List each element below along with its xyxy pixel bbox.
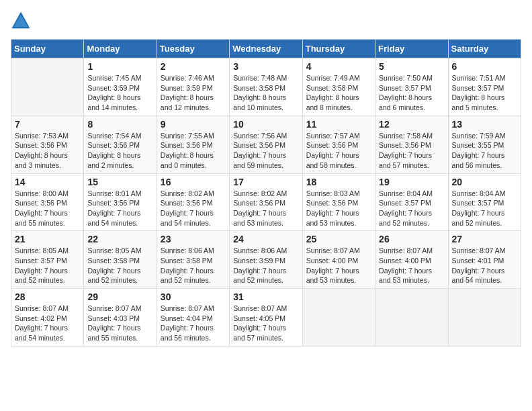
calendar-cell: 31Sunrise: 8:07 AMSunset: 4:05 PMDayligh… xyxy=(230,289,302,347)
day-info: Sunrise: 7:54 AMSunset: 3:56 PMDaylight:… xyxy=(87,131,152,171)
calendar-cell: 28Sunrise: 8:07 AMSunset: 4:02 PMDayligh… xyxy=(11,289,84,347)
day-info: Sunrise: 8:01 AMSunset: 3:56 PMDaylight:… xyxy=(87,189,152,228)
day-of-week-header: Thursday xyxy=(302,40,375,58)
day-info: Sunrise: 7:56 AMSunset: 3:56 PMDaylight:… xyxy=(233,131,298,171)
day-number: 28 xyxy=(15,291,80,302)
calendar-week-row: 14Sunrise: 8:00 AMSunset: 3:56 PMDayligh… xyxy=(11,173,521,231)
day-info: Sunrise: 8:02 AMSunset: 3:56 PMDaylight:… xyxy=(161,189,226,228)
calendar-cell: 29Sunrise: 8:07 AMSunset: 4:03 PMDayligh… xyxy=(84,289,157,347)
calendar-cell: 21Sunrise: 8:05 AMSunset: 3:57 PMDayligh… xyxy=(11,231,84,289)
calendar-cell: 20Sunrise: 8:04 AMSunset: 3:57 PMDayligh… xyxy=(448,173,521,231)
day-number: 31 xyxy=(233,291,298,302)
calendar-header-row: SundayMondayTuesdayWednesdayThursdayFrid… xyxy=(11,40,521,58)
day-info: Sunrise: 7:45 AMSunset: 3:59 PMDaylight:… xyxy=(87,73,152,113)
day-number: 13 xyxy=(452,119,517,130)
calendar-cell: 16Sunrise: 8:02 AMSunset: 3:56 PMDayligh… xyxy=(157,173,229,231)
logo xyxy=(11,11,34,31)
day-of-week-header: Wednesday xyxy=(230,40,302,58)
day-number: 25 xyxy=(306,234,371,244)
day-info: Sunrise: 8:00 AMSunset: 3:56 PMDaylight:… xyxy=(15,189,80,228)
calendar-cell: 24Sunrise: 8:06 AMSunset: 3:59 PMDayligh… xyxy=(230,231,302,289)
day-info: Sunrise: 8:04 AMSunset: 3:57 PMDaylight:… xyxy=(379,189,444,228)
calendar-cell: 13Sunrise: 7:59 AMSunset: 3:55 PMDayligh… xyxy=(448,116,521,173)
day-number: 7 xyxy=(15,119,80,130)
day-number: 26 xyxy=(379,234,444,244)
day-number: 18 xyxy=(306,177,371,187)
calendar-week-row: 28Sunrise: 8:07 AMSunset: 4:02 PMDayligh… xyxy=(11,289,521,347)
day-info: Sunrise: 7:59 AMSunset: 3:55 PMDaylight:… xyxy=(452,131,517,171)
day-info: Sunrise: 8:06 AMSunset: 3:58 PMDaylight:… xyxy=(161,246,226,285)
calendar-cell: 1Sunrise: 7:45 AMSunset: 3:59 PMDaylight… xyxy=(84,58,157,116)
day-number: 29 xyxy=(87,291,152,302)
day-number: 3 xyxy=(233,61,298,72)
day-info: Sunrise: 7:58 AMSunset: 3:56 PMDaylight:… xyxy=(379,131,444,171)
day-info: Sunrise: 8:05 AMSunset: 3:57 PMDaylight:… xyxy=(15,246,80,285)
day-number: 2 xyxy=(161,61,226,72)
day-number: 23 xyxy=(161,234,226,244)
calendar-cell: 11Sunrise: 7:57 AMSunset: 3:56 PMDayligh… xyxy=(302,116,375,173)
day-info: Sunrise: 8:05 AMSunset: 3:58 PMDaylight:… xyxy=(87,246,152,285)
day-number: 6 xyxy=(452,61,517,72)
page-header xyxy=(11,11,521,31)
calendar-cell: 7Sunrise: 7:53 AMSunset: 3:56 PMDaylight… xyxy=(11,116,84,173)
calendar-cell: 5Sunrise: 7:50 AMSunset: 3:57 PMDaylight… xyxy=(375,58,448,116)
calendar-cell: 15Sunrise: 8:01 AMSunset: 3:56 PMDayligh… xyxy=(84,173,157,231)
day-of-week-header: Saturday xyxy=(448,40,521,58)
day-number: 9 xyxy=(161,119,226,130)
day-number: 14 xyxy=(15,177,80,187)
day-of-week-header: Monday xyxy=(84,40,157,58)
calendar-cell: 2Sunrise: 7:46 AMSunset: 3:59 PMDaylight… xyxy=(157,58,229,116)
day-number: 10 xyxy=(233,119,298,130)
calendar-cell: 30Sunrise: 8:07 AMSunset: 4:04 PMDayligh… xyxy=(157,289,229,347)
day-number: 22 xyxy=(87,234,152,244)
day-info: Sunrise: 8:03 AMSunset: 3:56 PMDaylight:… xyxy=(306,189,371,228)
day-number: 27 xyxy=(452,234,517,244)
calendar-table: SundayMondayTuesdayWednesdayThursdayFrid… xyxy=(11,39,521,347)
day-number: 24 xyxy=(233,234,298,244)
calendar-cell xyxy=(448,289,521,347)
day-of-week-header: Sunday xyxy=(11,40,84,58)
calendar-cell: 25Sunrise: 8:07 AMSunset: 4:00 PMDayligh… xyxy=(302,231,375,289)
day-number: 20 xyxy=(452,177,517,187)
day-number: 30 xyxy=(161,291,226,302)
day-info: Sunrise: 8:07 AMSunset: 4:04 PMDaylight:… xyxy=(161,304,226,343)
day-info: Sunrise: 8:07 AMSunset: 4:05 PMDaylight:… xyxy=(233,304,298,343)
day-info: Sunrise: 8:07 AMSunset: 4:03 PMDaylight:… xyxy=(87,304,152,343)
day-info: Sunrise: 7:50 AMSunset: 3:57 PMDaylight:… xyxy=(379,73,444,113)
calendar-cell: 18Sunrise: 8:03 AMSunset: 3:56 PMDayligh… xyxy=(302,173,375,231)
calendar-cell: 14Sunrise: 8:00 AMSunset: 3:56 PMDayligh… xyxy=(11,173,84,231)
calendar-cell: 26Sunrise: 8:07 AMSunset: 4:00 PMDayligh… xyxy=(375,231,448,289)
day-info: Sunrise: 8:02 AMSunset: 3:56 PMDaylight:… xyxy=(233,189,298,228)
calendar-cell: 10Sunrise: 7:56 AMSunset: 3:56 PMDayligh… xyxy=(230,116,302,173)
calendar-week-row: 7Sunrise: 7:53 AMSunset: 3:56 PMDaylight… xyxy=(11,116,521,173)
day-info: Sunrise: 7:55 AMSunset: 3:56 PMDaylight:… xyxy=(161,131,226,171)
day-number: 1 xyxy=(87,61,152,72)
day-number: 5 xyxy=(379,61,444,72)
day-info: Sunrise: 7:57 AMSunset: 3:56 PMDaylight:… xyxy=(306,131,371,171)
calendar-cell xyxy=(11,58,84,116)
calendar-cell: 23Sunrise: 8:06 AMSunset: 3:58 PMDayligh… xyxy=(157,231,229,289)
calendar-week-row: 1Sunrise: 7:45 AMSunset: 3:59 PMDaylight… xyxy=(11,58,521,116)
calendar-cell: 3Sunrise: 7:48 AMSunset: 3:58 PMDaylight… xyxy=(230,58,302,116)
day-number: 15 xyxy=(87,177,152,187)
day-of-week-header: Friday xyxy=(375,40,448,58)
day-info: Sunrise: 7:46 AMSunset: 3:59 PMDaylight:… xyxy=(161,73,226,113)
day-number: 11 xyxy=(306,119,371,130)
day-number: 8 xyxy=(87,119,152,130)
day-number: 12 xyxy=(379,119,444,130)
calendar-cell: 19Sunrise: 8:04 AMSunset: 3:57 PMDayligh… xyxy=(375,173,448,231)
calendar-cell: 4Sunrise: 7:49 AMSunset: 3:58 PMDaylight… xyxy=(302,58,375,116)
calendar-cell: 8Sunrise: 7:54 AMSunset: 3:56 PMDaylight… xyxy=(84,116,157,173)
day-number: 4 xyxy=(306,61,371,72)
day-of-week-header: Tuesday xyxy=(157,40,229,58)
day-number: 17 xyxy=(233,177,298,187)
day-info: Sunrise: 7:48 AMSunset: 3:58 PMDaylight:… xyxy=(233,73,298,113)
logo-icon xyxy=(11,11,31,31)
day-info: Sunrise: 8:07 AMSunset: 4:01 PMDaylight:… xyxy=(452,246,517,285)
day-info: Sunrise: 7:53 AMSunset: 3:56 PMDaylight:… xyxy=(15,131,80,171)
day-number: 19 xyxy=(379,177,444,187)
day-info: Sunrise: 8:07 AMSunset: 4:02 PMDaylight:… xyxy=(15,304,80,343)
calendar-cell: 27Sunrise: 8:07 AMSunset: 4:01 PMDayligh… xyxy=(448,231,521,289)
day-info: Sunrise: 8:07 AMSunset: 4:00 PMDaylight:… xyxy=(379,246,444,285)
calendar-cell: 22Sunrise: 8:05 AMSunset: 3:58 PMDayligh… xyxy=(84,231,157,289)
